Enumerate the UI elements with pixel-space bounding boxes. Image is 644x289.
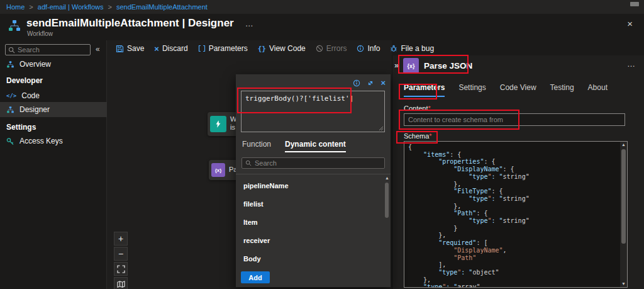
- parse-json-icon: {x}: [403, 58, 419, 74]
- file-a-bug-label: File a bug: [401, 44, 434, 53]
- tab-testing[interactable]: Testing: [550, 83, 574, 97]
- sidebar-item-overview[interactable]: Overview: [0, 57, 107, 72]
- title-more-button[interactable]: …: [245, 19, 253, 28]
- schema-code-line: "type": "string": [408, 173, 618, 181]
- schema-editor[interactable]: { "items": { "properties": { "DisplayNam…: [404, 141, 628, 288]
- errors-icon: [316, 45, 323, 52]
- tab-dynamic-content[interactable]: Dynamic content: [285, 140, 346, 152]
- breadcrumb-current[interactable]: sendEmailMultipleAttachment: [116, 3, 208, 11]
- tab-settings[interactable]: Settings: [458, 83, 486, 97]
- breadcrumb-home[interactable]: Home: [6, 3, 25, 11]
- topbar-corner-icon: [630, 2, 639, 6]
- discard-button[interactable]: × Discard: [154, 44, 187, 54]
- scrollbar-thumb[interactable]: [621, 149, 626, 244]
- search-input[interactable]: [18, 46, 80, 54]
- sidebar-item-label: Code: [21, 91, 40, 100]
- parameters-button[interactable]: Parameters: [198, 44, 248, 53]
- key-icon: [6, 137, 14, 145]
- schema-code-line: "DisplayName": {: [408, 166, 618, 173]
- breadcrumb-workflows[interactable]: adf-email | Workflows: [38, 3, 104, 11]
- sidebar-section-developer: Developer: [0, 73, 107, 88]
- add-button[interactable]: Add: [241, 271, 270, 283]
- save-icon: [116, 45, 124, 53]
- parse-json-icon: {x}: [211, 163, 225, 177]
- close-icon[interactable]: ×: [380, 78, 386, 88]
- tab-about[interactable]: About: [588, 83, 608, 97]
- breadcrumb: Home > adf-email | Workflows > sendEmail…: [0, 0, 644, 14]
- command-toolbar: Save × Discard Parameters {} View Code E…: [116, 40, 434, 57]
- info-icon[interactable]: [353, 79, 360, 87]
- sidebar-section-label: Developer: [6, 76, 43, 85]
- breadcrumb-separator: >: [29, 3, 33, 11]
- schema-code-line: "Path": [408, 254, 618, 262]
- list-item[interactable]: receiver: [236, 231, 384, 249]
- sidebar-item-access-keys[interactable]: Access Keys: [0, 133, 107, 149]
- save-button[interactable]: Save: [116, 44, 144, 53]
- panel-more-button[interactable]: …: [627, 59, 635, 69]
- list-item[interactable]: Body: [236, 249, 384, 268]
- http-trigger-icon: [210, 116, 226, 132]
- divider: [236, 174, 391, 174]
- view-code-button[interactable]: {} View Code: [258, 44, 306, 53]
- panel-title: Parse JSON: [424, 61, 472, 71]
- bug-icon: [390, 45, 397, 52]
- resize-grip-icon[interactable]: [379, 126, 384, 131]
- schema-label: Schema: [404, 132, 429, 140]
- list-item[interactable]: pipelineName: [236, 176, 384, 195]
- tab-parameters[interactable]: Parameters: [404, 83, 445, 97]
- expression-textarea[interactable]: triggerBody()?['filelist']: [241, 91, 385, 132]
- tab-function[interactable]: Function: [242, 140, 271, 152]
- content-input[interactable]: [404, 113, 625, 126]
- scrollbar-thumb[interactable]: [385, 183, 389, 218]
- scroll-down-icon[interactable]: ▼: [620, 281, 627, 287]
- workflow-icon: [6, 106, 14, 114]
- schema-code-line: "FileType": {: [408, 188, 618, 195]
- file-a-bug-button[interactable]: File a bug: [390, 44, 434, 53]
- minimap-button[interactable]: [114, 277, 128, 289]
- schema-code-line: "properties": {: [408, 158, 618, 166]
- sidebar-item-label: Access Keys: [19, 137, 63, 145]
- parameters-label: Parameters: [209, 44, 248, 53]
- errors-button[interactable]: Errors: [316, 44, 347, 53]
- schema-code-line: },: [408, 181, 618, 188]
- schema-code-line: "type": "array": [408, 283, 618, 288]
- list-item[interactable]: filelist: [236, 195, 384, 213]
- zoom-in-button[interactable]: +: [114, 232, 128, 246]
- parse-json-panel: » {x} Parse JSON … Parameters Settings C…: [392, 55, 644, 289]
- schema-code-line: },: [408, 203, 618, 210]
- fit-screen-button[interactable]: [114, 262, 128, 276]
- breadcrumb-separator: >: [108, 3, 112, 11]
- expand-icon[interactable]: [367, 79, 374, 87]
- schema-code-line: },: [408, 232, 618, 239]
- content-label: Content: [404, 105, 428, 112]
- sidebar-collapse-icon[interactable]: «: [96, 45, 100, 54]
- save-label: Save: [127, 44, 144, 53]
- code-icon: </>: [6, 93, 16, 99]
- workflow-icon: [6, 60, 14, 69]
- search-input[interactable]: [255, 159, 374, 167]
- sidebar-item-designer[interactable]: Designer: [0, 102, 107, 117]
- sidebar-search: [5, 44, 91, 55]
- schema-code-line: "items": {: [408, 151, 618, 159]
- close-icon[interactable]: ×: [627, 18, 633, 29]
- discard-label: Discard: [162, 44, 188, 53]
- sidebar-section-label: Settings: [6, 123, 36, 132]
- panel-expand-icon[interactable]: »: [394, 60, 399, 70]
- list-scrollbar: ▲: [384, 175, 390, 269]
- schema-code-line: "type": "string": [408, 217, 618, 225]
- required-mark: *: [428, 105, 431, 112]
- errors-label: Errors: [326, 44, 347, 53]
- scroll-up-icon[interactable]: ▲: [384, 175, 390, 181]
- tab-code-view[interactable]: Code View: [500, 83, 536, 97]
- schema-scrollbar: ▲ ▼: [620, 142, 627, 287]
- search-icon: [8, 47, 15, 54]
- scroll-up-icon[interactable]: ▲: [620, 142, 627, 148]
- list-item[interactable]: Item: [236, 213, 384, 231]
- zoom-out-button[interactable]: −: [114, 247, 128, 261]
- discard-icon: ×: [154, 44, 159, 54]
- title-bar: sendEmailMultipleAttachment | Designer ……: [0, 14, 644, 40]
- view-code-label: View Code: [269, 44, 306, 53]
- sidebar-item-code[interactable]: </> Code: [0, 88, 107, 103]
- info-button[interactable]: Info: [357, 44, 380, 53]
- expression-editor-dialog: × triggerBody()?['filelist'] Function Dy…: [236, 74, 391, 287]
